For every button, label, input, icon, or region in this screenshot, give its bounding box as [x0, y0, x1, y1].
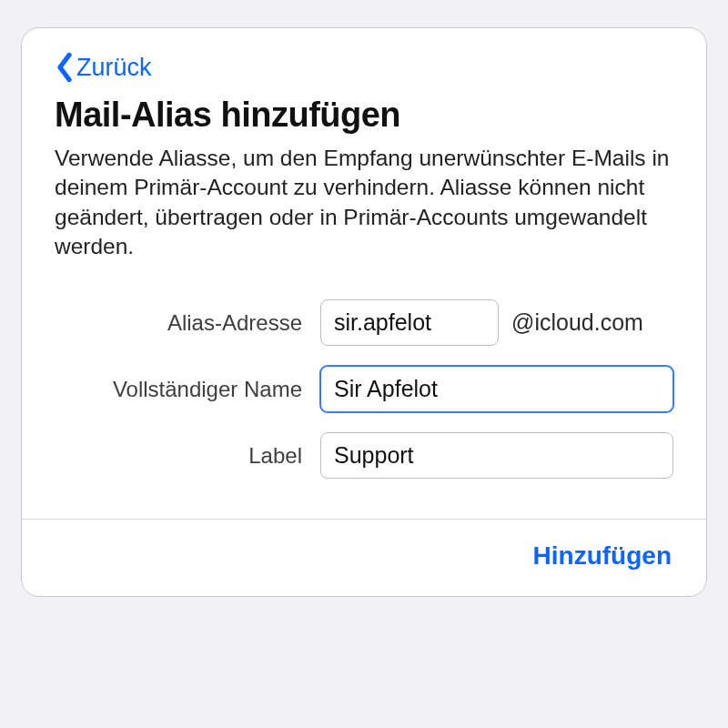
row-label: Label [55, 432, 673, 479]
label-alias-address: Alias-Adresse [55, 310, 320, 336]
label-full-name: Vollständiger Name [55, 377, 320, 402]
page-title: Mail-Alias hinzufügen [55, 96, 673, 135]
add-button[interactable]: Hinzufügen [531, 538, 673, 574]
label-input[interactable] [320, 432, 673, 479]
back-button[interactable]: Zurück [55, 52, 673, 83]
field-wrap-full-name [320, 366, 673, 412]
dialog-body: Zurück Mail-Alias hinzufügen Verwende Al… [22, 28, 706, 519]
back-label: Zurück [76, 54, 152, 82]
field-wrap-label [320, 432, 673, 479]
dialog-footer: Hinzufügen [22, 519, 706, 596]
field-wrap-alias: @icloud.com [320, 299, 673, 346]
full-name-input[interactable] [320, 366, 673, 412]
page-description: Verwende Aliasse, um den Empfang unerwün… [55, 144, 673, 261]
alias-domain-suffix: @icloud.com [511, 309, 643, 336]
chevron-left-icon [55, 52, 75, 83]
row-alias-address: Alias-Adresse @icloud.com [55, 299, 673, 346]
dialog-sheet: Zurück Mail-Alias hinzufügen Verwende Al… [21, 27, 707, 597]
row-full-name: Vollständiger Name [55, 366, 673, 412]
label-label-field: Label [55, 443, 320, 469]
page-background: Zurück Mail-Alias hinzufügen Verwende Al… [0, 0, 728, 728]
alias-address-input[interactable] [320, 299, 499, 346]
